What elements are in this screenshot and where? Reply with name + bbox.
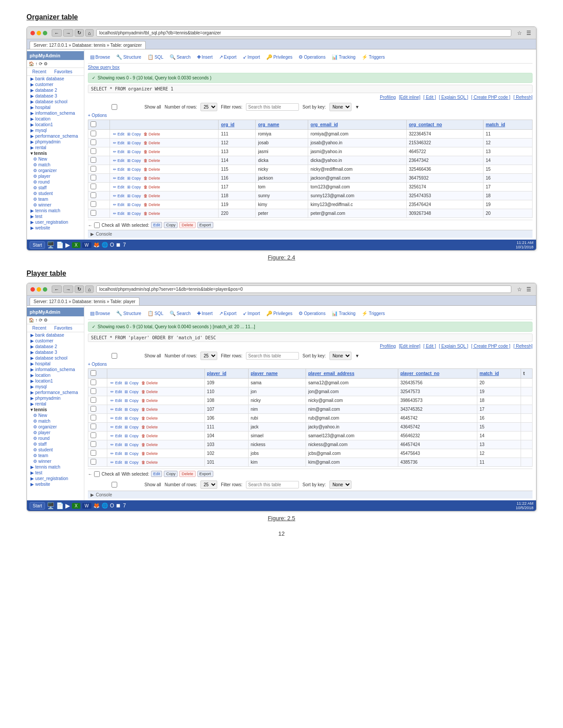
bookmark-icon-1[interactable]: ☆ (516, 30, 523, 37)
reload-button-2[interactable]: ↻ (75, 285, 84, 293)
sidebar-db-database_school[interactable]: ▶ database school (27, 355, 84, 361)
delete-link-row-8[interactable]: 🗑 Delete (143, 203, 161, 207)
taskbar-opera-1[interactable]: O (110, 242, 114, 248)
bottom-delete-btn-2[interactable]: Delete (179, 471, 195, 477)
p-row-check-4[interactable] (88, 414, 107, 423)
p-copy-link-row-6[interactable]: ⊞ Copy (124, 434, 140, 438)
edit-link-row-2[interactable]: ✏ Edit (112, 150, 125, 154)
num-rows-select-1[interactable]: 25 (200, 103, 217, 111)
sidebar-db-customer[interactable]: ▶ customer (27, 338, 84, 344)
sidebar-table-organizer[interactable]: ⚙ organizer (27, 168, 84, 173)
tb-search-1[interactable]: 🔍Search (167, 53, 193, 61)
row-check-0[interactable] (88, 130, 110, 139)
show-all-check-1[interactable] (88, 104, 141, 110)
num-rows-select-bot-2[interactable]: 25 (200, 480, 217, 489)
sidebar-item-tennis_match[interactable]: ▶ tennis match (27, 464, 84, 470)
tb-triggers-1[interactable]: ⚡Triggers (359, 53, 387, 61)
select-all-check-1[interactable] (91, 121, 96, 127)
p-row-checkbox-6[interactable] (91, 432, 96, 438)
bottom-edit-btn-1[interactable]: Edit (151, 222, 162, 228)
tb-operations-1[interactable]: ⚙Operations (296, 53, 328, 61)
sidebar-table-match[interactable]: ⚙ match (27, 418, 84, 424)
taskbar-files-2[interactable]: 7 (123, 503, 126, 509)
arrow-icon-1[interactable]: ↑ (35, 61, 38, 66)
col-match-id-2[interactable]: match_id (477, 369, 521, 379)
console-label-2[interactable]: Console (96, 492, 112, 497)
filter-input-2[interactable] (246, 352, 299, 360)
col-check-all-2[interactable] (88, 369, 107, 379)
forward-button-2[interactable]: → (63, 285, 73, 293)
row-checkbox-9[interactable] (91, 210, 96, 216)
sidebar-item-test[interactable]: ▶ test (27, 470, 84, 476)
tb-browse-1[interactable]: ▤Browse (88, 53, 112, 61)
delete-link-row-9[interactable]: 🗑 Delete (143, 211, 161, 216)
sidebar-db-location[interactable]: ▶ location (27, 372, 84, 378)
taskbar-firefox-1[interactable]: 🦊 (93, 242, 100, 248)
sidebar-item-website[interactable]: ▶ website (27, 225, 84, 231)
p-delete-link-row-3[interactable]: 🗑 Delete (140, 407, 159, 412)
delete-link-row-6[interactable]: 🗑 Delete (143, 185, 161, 189)
row-check-7[interactable] (88, 191, 110, 200)
edit-link-row-4[interactable]: ✏ Edit (112, 167, 125, 172)
p-copy-link-row-7[interactable]: ⊞ Copy (124, 443, 140, 447)
edit-link-row-5[interactable]: ✏ Edit (112, 176, 125, 180)
edit-link-1[interactable]: [ Edit ] (423, 95, 436, 100)
sidebar-table-player[interactable]: ⚙ player (27, 173, 84, 179)
delete-link-row-1[interactable]: 🗑 Delete (143, 141, 161, 145)
show-query-link-1[interactable]: Show query box (88, 64, 533, 71)
recent-link-2[interactable]: Recent (29, 325, 48, 331)
settings-icon-2[interactable]: ⚙ (44, 318, 48, 323)
copy-link-row-6[interactable]: ⊞ Copy (126, 185, 142, 189)
back-button-1[interactable]: ← (52, 29, 62, 37)
row-checkbox-4[interactable] (91, 166, 96, 172)
home-button-1[interactable]: ⌂ (85, 29, 94, 37)
start-btn-1[interactable]: Start (30, 241, 45, 249)
sidebar-table-staff[interactable]: ⚙ staff (27, 441, 84, 447)
delete-link-row-4[interactable]: 🗑 Delete (143, 167, 161, 172)
row-check-8[interactable] (88, 200, 110, 209)
copy-link-row-4[interactable]: ⊞ Copy (126, 167, 142, 172)
sidebar-db-information_schema[interactable]: ▶ information_schema (27, 110, 84, 116)
p-row-checkbox-4[interactable] (91, 415, 96, 420)
row-checkbox-0[interactable] (91, 131, 96, 136)
sidebar-table-student[interactable]: ⚙ student (27, 447, 84, 453)
p-delete-link-row-2[interactable]: 🗑 Delete (140, 398, 159, 403)
sort-key-select-bot-2[interactable]: None (329, 480, 351, 489)
close-dot-1[interactable] (30, 31, 35, 35)
tb-structure-2[interactable]: 🔧Structure (114, 309, 144, 318)
p-row-check-3[interactable] (88, 405, 107, 414)
close-dot-2[interactable] (30, 287, 35, 292)
p-delete-link-row-0[interactable]: 🗑 Delete (140, 381, 159, 385)
col-match-id-1[interactable]: match_id (483, 120, 532, 130)
refresh-link-1[interactable]: [ Refresh] (514, 95, 533, 100)
start-btn-2[interactable]: Start (30, 502, 45, 510)
col-org-contact-1[interactable]: org_contact_no (406, 120, 483, 130)
edit-link-row-1[interactable]: ✏ Edit (112, 141, 125, 145)
profiling-link-1[interactable]: Profiling (380, 95, 396, 100)
create-php-link-1[interactable]: [ Create PHP code ] (471, 95, 510, 100)
sidebar-db-bank_database[interactable]: ▶ bank database (27, 332, 84, 338)
show-all-check-bot-2[interactable] (88, 482, 141, 488)
active-tab-1[interactable]: Server: 127.0.0.1 » Database: tennis » T… (30, 41, 146, 49)
sidebar-db-hospital[interactable]: ▶ hospital (27, 361, 84, 367)
p-row-checkbox-9[interactable] (91, 459, 96, 465)
copy-link-row-1[interactable]: ⊞ Copy (126, 141, 142, 145)
tb-privileges-2[interactable]: 🔑Privileges (264, 309, 295, 318)
copy-link-row-9[interactable]: ⊞ Copy (126, 211, 142, 216)
row-checkbox-3[interactable] (91, 157, 96, 163)
p-delete-link-row-4[interactable]: 🗑 Delete (140, 416, 159, 420)
p-row-checkbox-3[interactable] (91, 406, 96, 412)
sidebar-db-bank_database[interactable]: ▶ bank database (27, 76, 84, 82)
p-row-check-2[interactable] (88, 396, 107, 405)
reload-button-1[interactable]: ↻ (75, 29, 84, 37)
row-checkbox-8[interactable] (91, 201, 96, 207)
taskbar-files-1[interactable]: 7 (123, 242, 126, 248)
taskbar-opera-2[interactable]: O (110, 503, 114, 509)
row-checkbox-5[interactable] (91, 175, 96, 180)
p-delete-link-row-8[interactable]: 🗑 Delete (140, 451, 159, 456)
copy-link-row-2[interactable]: ⊞ Copy (126, 150, 142, 154)
refresh-link-2[interactable]: [ Refresh] (514, 344, 533, 349)
sidebar-table-organizer[interactable]: ⚙ organizer (27, 424, 84, 430)
p-copy-link-row-4[interactable]: ⊞ Copy (124, 416, 140, 420)
sidebar-db-performance_schema[interactable]: ▶ performance_schema (27, 390, 84, 395)
